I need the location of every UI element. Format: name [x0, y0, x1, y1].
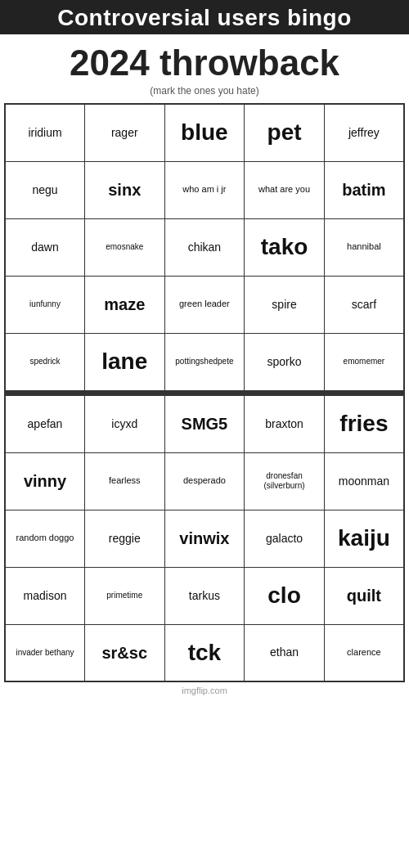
watermark: imgflip.com [182, 686, 227, 695]
table-cell[interactable]: galacto [245, 510, 325, 567]
cell-label: quilt [328, 586, 400, 605]
table-row: vinnyfearlessdesperadodronesfan (silverb… [5, 452, 404, 510]
table-cell[interactable]: who am i jr [164, 161, 245, 218]
table-cell[interactable]: spedrick [5, 333, 85, 390]
table-cell[interactable]: jeffrey [324, 104, 404, 161]
cell-label: invader bethany [9, 648, 81, 658]
table-cell[interactable]: vinwix [164, 510, 245, 567]
table-cell[interactable]: spire [245, 276, 325, 333]
cell-label: primetime [88, 591, 161, 600]
cell-label: SMG5 [169, 414, 241, 434]
table-cell[interactable]: apefan [5, 395, 85, 452]
cell-label: sinx [88, 180, 161, 200]
table-cell[interactable]: batim [324, 161, 404, 218]
table-cell[interactable]: quilt [324, 567, 404, 624]
table-cell[interactable]: iridium [5, 104, 85, 161]
table-cell[interactable]: ethan [245, 624, 325, 681]
table-cell[interactable]: dawn [5, 218, 85, 276]
cell-label: icyxd [88, 417, 161, 431]
table-cell[interactable]: lane [85, 333, 165, 390]
cell-label: green leader [169, 299, 241, 309]
table-row: iridiumragerbluepetjeffrey [5, 104, 404, 161]
table-row: dawnemosnakechikantakohannibal [5, 218, 404, 276]
table-cell[interactable]: emomemer [324, 333, 404, 390]
table-cell[interactable]: reggie [85, 510, 165, 567]
cell-label: lane [88, 348, 161, 376]
table-cell[interactable]: clarence [324, 624, 404, 681]
cell-label: madison [9, 589, 81, 603]
table-row: apefanicyxdSMG5braxtonfries [5, 395, 404, 452]
table-cell[interactable]: green leader [164, 276, 245, 333]
table-cell[interactable]: SMG5 [164, 395, 245, 452]
page-wrapper: Controversial users bingo 2024 throwback… [0, 0, 409, 697]
table-cell[interactable]: dronesfan (silverburn) [245, 452, 325, 510]
table-cell[interactable]: hannibal [324, 218, 404, 276]
table-cell[interactable]: fries [324, 395, 404, 452]
throwback-title: 2024 throwback [0, 43, 409, 83]
table-cell[interactable]: what are you [245, 161, 325, 218]
cell-label: clo [248, 582, 321, 609]
table-cell[interactable]: moonman [324, 452, 404, 510]
table-cell[interactable]: braxton [245, 395, 325, 452]
table-cell[interactable]: kaiju [324, 510, 404, 567]
table-row: iunfunnymazegreen leaderspirescarf [5, 276, 404, 333]
table-cell[interactable]: negu [5, 161, 85, 218]
cell-label: braxton [248, 417, 321, 431]
cell-label: tarkus [169, 589, 241, 603]
cell-label: scarf [328, 298, 400, 312]
table-cell[interactable]: random doggo [5, 510, 85, 567]
cell-label: moonman [328, 474, 400, 488]
mark-instruction: (mark the ones you hate) [0, 85, 409, 97]
cell-label: galacto [248, 532, 321, 546]
table-cell[interactable]: tarkus [164, 567, 245, 624]
table-row: random doggoreggievinwixgalactokaiju [5, 510, 404, 567]
cell-label: random doggo [9, 533, 81, 543]
table-row: madisonprimetimetarkuscloquilt [5, 567, 404, 624]
table-cell[interactable]: tck [164, 624, 245, 681]
table-cell[interactable]: maze [85, 276, 165, 333]
main-title: Controversial users bingo [8, 5, 401, 31]
table-cell[interactable]: sinx [85, 161, 165, 218]
table-cell[interactable]: scarf [324, 276, 404, 333]
table-cell[interactable]: madison [5, 567, 85, 624]
cell-label: emomemer [328, 357, 400, 367]
cell-label: tck [169, 639, 241, 667]
cell-label: batim [328, 180, 400, 200]
table-cell[interactable]: chikan [164, 218, 245, 276]
bingo-grid: iridiumragerbluepetjeffreynegusinxwho am… [4, 103, 405, 682]
table-cell[interactable]: invader bethany [5, 624, 85, 681]
table-cell[interactable]: sporko [245, 333, 325, 390]
table-cell[interactable]: vinny [5, 452, 85, 510]
table-cell[interactable]: desperado [164, 452, 245, 510]
table-cell[interactable]: rager [85, 104, 165, 161]
table-cell[interactable]: clo [245, 567, 325, 624]
table-row: negusinxwho am i jrwhat are youbatim [5, 161, 404, 218]
cell-label: dronesfan (silverburn) [248, 471, 321, 491]
cell-label: fearless [88, 475, 161, 486]
cell-label: vinwix [169, 528, 241, 548]
cell-label: reggie [88, 532, 161, 546]
cell-label: kaiju [328, 524, 400, 552]
cell-label: iunfunny [9, 299, 81, 309]
cell-label: who am i jr [169, 184, 241, 195]
table-cell[interactable]: blue [164, 104, 245, 161]
cell-label: negu [9, 183, 81, 197]
table-cell[interactable]: emosnake [85, 218, 165, 276]
footer-bar: imgflip.com [0, 682, 409, 697]
cell-label: blue [169, 119, 241, 146]
cell-label: iridium [9, 126, 81, 140]
table-cell[interactable]: primetime [85, 567, 165, 624]
header-section: Controversial users bingo [0, 0, 409, 34]
subtitle-section: 2024 throwback (mark the ones you hate) [0, 34, 409, 103]
cell-label: dawn [9, 241, 81, 254]
cell-label: what are you [248, 184, 321, 195]
table-cell[interactable]: sr&sc [85, 624, 165, 681]
cell-label: jeffrey [328, 126, 400, 140]
table-cell[interactable]: pet [245, 104, 325, 161]
table-cell[interactable]: iunfunny [5, 276, 85, 333]
cell-label: sr&sc [88, 643, 161, 663]
table-cell[interactable]: fearless [85, 452, 165, 510]
table-cell[interactable]: tako [245, 218, 325, 276]
table-cell[interactable]: pottingshedpete [164, 333, 245, 390]
table-cell[interactable]: icyxd [85, 395, 165, 452]
